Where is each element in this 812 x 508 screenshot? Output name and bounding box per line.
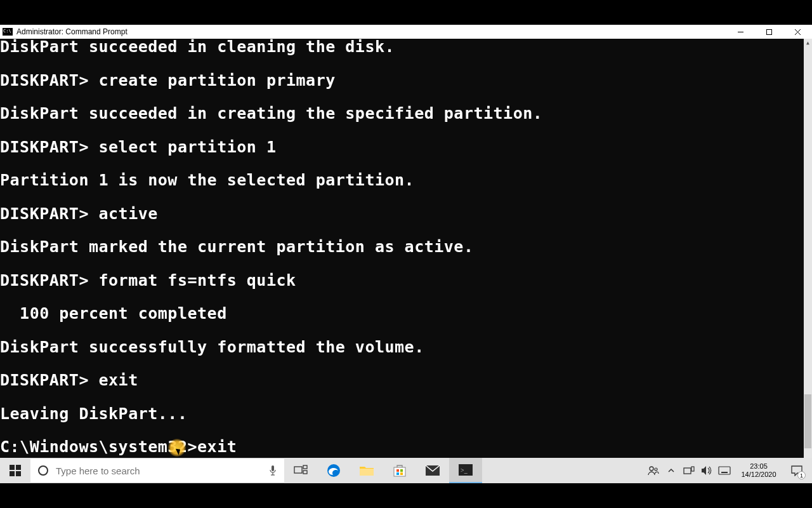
terminal-line	[0, 422, 804, 439]
command-prompt-window: Administrator: Command Prompt TECH SOLUT…	[0, 25, 812, 458]
tray-chevron[interactable]	[662, 458, 680, 483]
terminal-line: DISKPART> exit	[0, 372, 804, 389]
file-explorer-button[interactable]	[350, 458, 383, 483]
maximize-button[interactable]	[755, 25, 783, 39]
svg-point-26	[655, 468, 657, 471]
terminal-line	[0, 89, 804, 105]
speaker-icon	[701, 465, 712, 476]
svg-rect-13	[303, 465, 307, 469]
terminal-line: DiskPart succeeded in cleaning the disk.	[0, 39, 804, 55]
window-title: Administrator: Command Prompt	[16, 27, 128, 36]
terminal-line: Partition 1 is now the selected partitio…	[0, 172, 804, 189]
svg-rect-19	[400, 469, 403, 472]
clock-time: 23:05	[750, 462, 768, 471]
terminal-line: Leaving DiskPart...	[0, 406, 804, 422]
taskbar-clock[interactable]: 23:05 14/12/2020	[733, 458, 784, 483]
terminal-line: C:\Windows\system32>exit	[0, 439, 804, 455]
terminal-line: DISKPART> select partition 1	[0, 139, 804, 156]
cortana-icon[interactable]	[30, 464, 56, 477]
desktop: Administrator: Command Prompt TECH SOLUT…	[0, 0, 812, 508]
search-input[interactable]	[56, 465, 261, 476]
terminal-line	[0, 356, 804, 372]
scrollbar-vertical[interactable]: ▲	[804, 39, 812, 458]
svg-rect-1	[767, 29, 772, 34]
terminal-line: DiskPart marked the current partition as…	[0, 239, 804, 255]
terminal-line: DiskPart successfully formatted the volu…	[0, 339, 804, 356]
terminal-line: DISKPART> format fs=ntfs quick	[0, 272, 804, 289]
svg-rect-27	[684, 468, 691, 474]
svg-rect-28	[691, 467, 694, 471]
terminal-line	[0, 189, 804, 205]
terminal-line	[0, 389, 804, 405]
notification-badge: 1	[797, 471, 806, 479]
taskbar-pinned: >_	[284, 458, 482, 483]
terminal-line	[0, 255, 804, 272]
svg-rect-6	[10, 471, 15, 476]
svg-rect-21	[400, 472, 403, 475]
svg-rect-9	[272, 465, 274, 471]
close-button[interactable]	[783, 25, 812, 39]
titlebar-buttons	[726, 25, 812, 39]
task-view-icon	[294, 465, 308, 476]
task-view-button[interactable]	[284, 458, 317, 483]
svg-rect-12	[294, 467, 302, 473]
store-icon	[393, 464, 407, 478]
titlebar[interactable]: Administrator: Command Prompt	[0, 25, 812, 39]
titlebar-left: Administrator: Command Prompt	[0, 27, 128, 36]
ethernet-icon	[683, 466, 695, 475]
terminal-line	[0, 156, 804, 172]
mail-icon	[425, 465, 440, 476]
terminal-line: 100 percent completed	[0, 305, 804, 322]
search-mic-icon[interactable]	[261, 465, 284, 476]
terminal-line	[0, 222, 804, 239]
svg-point-25	[650, 467, 653, 471]
mouse-cursor-highlight	[168, 439, 186, 457]
svg-rect-4	[10, 465, 15, 470]
edge-icon	[326, 463, 341, 478]
minimize-button[interactable]	[726, 25, 755, 39]
system-tray: 23:05 14/12/2020 1	[645, 458, 812, 483]
terminal-line	[0, 322, 804, 338]
windows-logo-icon	[10, 465, 21, 476]
command-prompt-taskbar-button[interactable]: >_	[449, 458, 482, 483]
terminal-output[interactable]: DiskPart succeeded in cleaning the disk.…	[0, 39, 804, 458]
terminal-line: DISKPART> create partition primary	[0, 72, 804, 89]
scrollbar-thumb[interactable]	[804, 394, 811, 448]
people-button[interactable]	[645, 458, 662, 483]
minimize-icon	[737, 29, 744, 36]
start-button[interactable]	[0, 458, 30, 483]
chevron-up-icon	[667, 467, 675, 474]
svg-rect-17	[394, 467, 405, 476]
terminal-line	[0, 122, 804, 138]
keyboard-icon	[718, 466, 731, 475]
svg-text:>_: >_	[461, 467, 468, 474]
microsoft-store-button[interactable]	[383, 458, 416, 483]
input-indicator[interactable]	[716, 458, 733, 483]
volume-icon[interactable]	[698, 458, 716, 483]
people-icon	[648, 465, 659, 476]
cortana-circle-icon	[37, 464, 49, 477]
terminal-line: DISKPART> active	[0, 206, 804, 222]
taskbar: >_ 23:05 14/12/2020	[0, 458, 812, 483]
maximize-icon	[766, 29, 773, 36]
terminal-line	[0, 289, 804, 305]
cmd-icon: >_	[458, 464, 473, 476]
mail-button[interactable]	[416, 458, 449, 483]
svg-rect-16	[360, 469, 374, 476]
terminal-line	[0, 55, 804, 72]
svg-rect-18	[396, 469, 399, 472]
svg-rect-5	[16, 465, 21, 470]
folder-icon	[359, 464, 374, 477]
svg-rect-29	[719, 467, 730, 474]
svg-rect-20	[396, 472, 399, 475]
close-icon	[794, 29, 801, 36]
scrollbar-up-arrow-icon[interactable]: ▲	[804, 39, 812, 47]
svg-rect-7	[16, 471, 21, 476]
taskbar-search[interactable]	[30, 458, 284, 483]
letterbox-bottom	[0, 483, 812, 508]
edge-browser-button[interactable]	[317, 458, 350, 483]
letterbox-top	[0, 0, 812, 25]
network-icon[interactable]	[680, 458, 698, 483]
action-center-button[interactable]: 1	[784, 458, 809, 483]
terminal-line: DiskPart succeeded in creating the speci…	[0, 105, 804, 122]
